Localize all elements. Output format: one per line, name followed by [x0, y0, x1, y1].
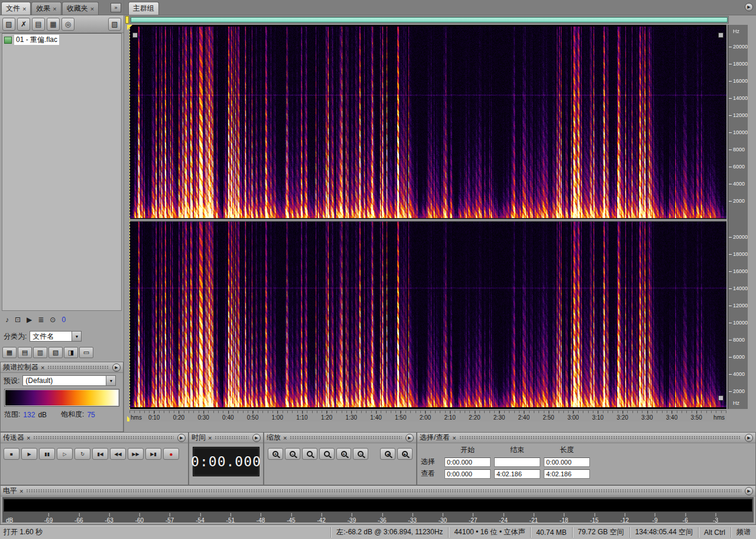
pause-button[interactable]: ▮▮	[39, 448, 55, 460]
tab-files[interactable]: 文件×	[1, 2, 31, 15]
selection-start-marker-top[interactable]	[127, 25, 132, 30]
panel-menu-icon[interactable]: ▶	[177, 434, 186, 442]
playback-cursor[interactable]	[129, 25, 130, 409]
close-icon[interactable]: ×	[452, 434, 456, 441]
selection-end-field[interactable]	[494, 457, 540, 467]
panel-grip[interactable]	[27, 489, 741, 493]
zoom-left-edge-button[interactable]: ◄	[380, 448, 395, 460]
timeline-ruler[interactable]: hms hms 0:100:200:300:400:501:001:101:20…	[129, 410, 726, 421]
zoom-out-vertical-button[interactable]: −	[353, 448, 368, 460]
spectrogram-display[interactable]	[129, 25, 726, 409]
preview-play-icon[interactable]: ▶	[27, 316, 32, 324]
tab-close-icon[interactable]: ×	[53, 5, 56, 12]
tab-effects[interactable]: 效果×	[31, 2, 61, 15]
freq-tick-text: 6000	[733, 354, 745, 360]
chevron-down-icon[interactable]: ▼	[72, 332, 81, 341]
scrollbar-thumb[interactable]	[131, 17, 728, 22]
play-button[interactable]: ▶	[21, 448, 37, 460]
cd-view-icon[interactable]: ◎	[61, 18, 74, 31]
panel-grip[interactable]	[48, 366, 109, 369]
panel-grip[interactable]	[34, 436, 174, 440]
panel-menu-icon[interactable]: ▶	[112, 363, 121, 372]
zoom-out-button[interactable]: −	[285, 448, 300, 460]
list-item[interactable]: 01 - 重偏.flac	[2, 34, 121, 46]
go-to-end-button[interactable]: ▶▮	[145, 448, 161, 460]
time-display[interactable]: 0:00.000	[193, 447, 259, 476]
channel-handle[interactable]	[718, 395, 723, 401]
tab-overflow-icon[interactable]: »	[111, 3, 121, 12]
saturation-value[interactable]: 75	[87, 411, 95, 419]
panel-header[interactable]: 选择/查看 × ▶	[417, 433, 755, 443]
channel-handle[interactable]	[718, 33, 723, 38]
preview-speaker-icon[interactable]: ♪	[5, 316, 9, 324]
spectrogram-channel-left[interactable]	[129, 27, 726, 218]
panel-grip[interactable]	[215, 436, 249, 440]
channel-handle[interactable]	[132, 33, 138, 38]
frequency-ruler[interactable]: Hz20000180001600014000120001000080006000…	[728, 25, 748, 409]
view-sort-button[interactable]: ▧	[48, 347, 63, 358]
play-from-cursor-button[interactable]: ▷	[57, 448, 73, 460]
panel-menu-icon[interactable]: ▶	[745, 487, 753, 495]
spectrogram-channel-right[interactable]	[129, 222, 726, 407]
loop-play-button[interactable]: ↻	[74, 448, 90, 460]
view-list-button[interactable]: ▤	[18, 347, 32, 358]
panel-header[interactable]: 频谱控制器 × ▶	[1, 362, 123, 373]
preset-dropdown[interactable]: (Default) ▼	[22, 375, 116, 386]
zoom-full-button[interactable]	[302, 448, 317, 460]
view-options-button[interactable]: ▭	[79, 347, 93, 358]
close-icon[interactable]: ×	[41, 364, 44, 371]
close-icon[interactable]: ×	[20, 488, 23, 495]
panel-header[interactable]: 缩放 × ▶	[264, 433, 416, 443]
zoom-right-edge-button[interactable]: ►	[397, 448, 413, 460]
go-to-start-button[interactable]: ▮◀	[92, 448, 108, 460]
follow-playback-icon[interactable]: ⊡	[15, 316, 21, 324]
zoom-in-vertical-button[interactable]: +	[336, 448, 352, 460]
selection-length-field[interactable]: 0:00.000	[544, 457, 590, 467]
panel-header[interactable]: 电平 × ▶	[1, 486, 755, 496]
sort-dropdown[interactable]: 文件名 ▼	[30, 331, 82, 342]
close-file-icon[interactable]: ✗	[17, 18, 30, 31]
spectral-color-gradient[interactable]	[5, 390, 118, 405]
fast-forward-button[interactable]: ▶▶	[128, 448, 144, 460]
preview-volume-icon[interactable]: ≣	[38, 316, 44, 324]
panel-menu-icon[interactable]: ▶	[745, 434, 753, 442]
chevron-down-icon[interactable]: ▼	[106, 376, 115, 385]
view-length-field[interactable]: 4:02.186	[544, 469, 590, 479]
zoom-selection-button[interactable]	[319, 448, 335, 460]
workspace-options-icon[interactable]: ▧	[108, 18, 121, 31]
rewind-button[interactable]: ◀◀	[110, 448, 126, 460]
file-name[interactable]: 01 - 重偏.flac	[14, 35, 59, 45]
multitrack-view-icon[interactable]: ▦	[47, 18, 60, 31]
range-value[interactable]: 132	[23, 411, 35, 419]
tab-close-icon[interactable]: ×	[90, 5, 94, 12]
horizontal-scrollbar[interactable]	[129, 16, 729, 24]
close-icon[interactable]: ×	[208, 434, 212, 441]
tab-close-icon[interactable]: ×	[22, 5, 26, 12]
view-filter-button[interactable]: ◨	[64, 347, 78, 358]
tab-favorites[interactable]: 收藏夹×	[62, 2, 99, 15]
file-list[interactable]: 01 - 重偏.flac	[2, 33, 122, 311]
selection-start-field[interactable]: 0:00.000	[444, 457, 491, 467]
edit-view-icon[interactable]: ▤	[32, 18, 45, 31]
view-details-button[interactable]: ▥	[33, 347, 47, 358]
autoplay-delay-value[interactable]: 0	[61, 316, 66, 324]
view-end-field[interactable]: 4:02.186	[494, 469, 540, 479]
view-start-field[interactable]: 0:00.000	[444, 469, 491, 479]
panel-menu-icon[interactable]: ▶	[252, 434, 261, 442]
stop-button[interactable]: ■	[4, 448, 20, 460]
level-meter-bar[interactable]	[4, 499, 752, 512]
tab-main-group[interactable]: 主群组	[128, 2, 159, 15]
panel-grip[interactable]	[290, 436, 402, 440]
panel-menu-icon[interactable]: ▶	[405, 434, 414, 442]
record-button[interactable]: ●	[163, 448, 179, 460]
view-grid-button[interactable]: ▦	[2, 347, 17, 358]
panel-header[interactable]: 时间 × ▶	[189, 433, 263, 443]
panel-header[interactable]: 传送器 × ▶	[1, 433, 188, 443]
preview-clock-icon[interactable]: ⊙	[50, 316, 56, 324]
close-icon[interactable]: ×	[283, 434, 287, 441]
panel-grip[interactable]	[460, 436, 741, 440]
zoom-in-button[interactable]: +	[268, 448, 283, 460]
panel-menu-icon[interactable]: ▶	[745, 3, 753, 11]
open-file-icon[interactable]: ▨	[2, 18, 15, 31]
close-icon[interactable]: ×	[27, 434, 30, 441]
